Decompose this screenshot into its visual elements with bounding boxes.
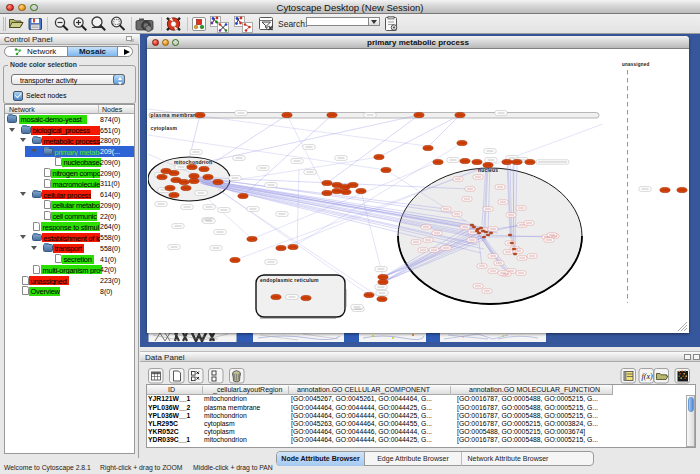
svg-text:cytoplasm: cytoplasm (151, 125, 178, 131)
svg-text:unassigned: unassigned (622, 62, 650, 67)
svg-text:plasma membrane: plasma membrane (151, 112, 200, 118)
svg-text:mitochondrion: mitochondrion (174, 159, 212, 165)
svg-text:endoplasmic reticulum: endoplasmic reticulum (260, 277, 319, 283)
svg-text:f(x): f(x) (642, 372, 653, 381)
